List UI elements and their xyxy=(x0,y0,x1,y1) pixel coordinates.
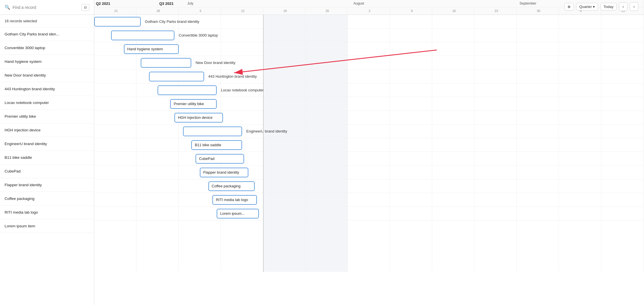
search-bar: 🔍 ⊟ xyxy=(0,0,94,15)
gantt-chart: Q2 2021Q3 2021JulyAugustSeptember 212851… xyxy=(94,0,644,305)
month-label: September xyxy=(520,1,536,5)
download-icon: ⊕ xyxy=(567,5,571,9)
gantt-bar[interactable]: Hand hygiene system xyxy=(124,44,179,54)
quarter-q2-label: Q2 2021 xyxy=(94,0,158,7)
table-row: Premier utility bike xyxy=(94,97,643,111)
list-item[interactable]: Flapper brand identity xyxy=(0,178,94,192)
date-label: 23 xyxy=(474,7,517,15)
prev-button[interactable]: ‹ xyxy=(619,2,627,11)
list-item[interactable]: HGH injection device xyxy=(0,123,94,137)
table-row: 443 Huntington brand identity xyxy=(94,70,643,83)
gantt-header: Q2 2021Q3 2021JulyAugustSeptember 212851… xyxy=(94,0,644,15)
gantt-bar[interactable]: B11 bike saddle xyxy=(191,140,242,150)
quarter-selector[interactable]: Quarter ▾ xyxy=(576,3,598,11)
table-row: Lorem ipsum... xyxy=(94,207,643,220)
gantt-bar[interactable] xyxy=(183,127,242,136)
gantt-bar[interactable]: Flapper brand identity xyxy=(200,168,248,177)
date-label: 12 xyxy=(221,7,263,15)
gantt-bar[interactable]: HGH injection device xyxy=(174,113,223,123)
table-row: HGH injection device xyxy=(94,111,643,125)
list-item[interactable]: RITI media lab logo xyxy=(0,206,94,219)
month-label: August xyxy=(353,1,364,5)
list-item[interactable]: Premier utility bike xyxy=(0,110,94,123)
month-label: July xyxy=(187,1,193,5)
gantt-bar-label: Locax notebook computer xyxy=(221,88,264,92)
gantt-bar-label: Convertible 3000 laptop xyxy=(179,33,218,37)
table-row: EngineerU brand identity xyxy=(94,125,643,138)
list-item[interactable]: Locax notebook computer xyxy=(0,96,94,110)
gantt-bar-label: Gotham City Parks brand identity xyxy=(145,19,200,24)
list-item[interactable]: Coffee packaging xyxy=(0,192,94,206)
list-item[interactable]: Gotham City Parks brand iden... xyxy=(0,27,94,41)
list-item[interactable]: Hand hygiene system xyxy=(0,55,94,69)
table-row: Locax notebook computer xyxy=(94,83,643,97)
date-label: 28 xyxy=(136,7,179,15)
table-row: Coffee packaging xyxy=(94,179,643,193)
gantt-bar-label: New Door brand identity xyxy=(196,61,235,65)
record-list: Gotham City Parks brand iden...Convertib… xyxy=(0,27,94,305)
date-label: 21 xyxy=(94,7,136,15)
gantt-bar[interactable] xyxy=(149,72,204,81)
sidebar: 🔍 ⊟ 16 records selected Gotham City Park… xyxy=(0,0,94,305)
gantt-bar-label: 443 Huntington brand identity xyxy=(208,74,257,79)
date-label: 16 xyxy=(432,7,474,15)
gantt-controls: ⊕ Quarter ▾ Today ‹ › xyxy=(564,2,638,11)
quarter-label: Quarter xyxy=(579,5,592,9)
download-button[interactable]: ⊕ xyxy=(564,3,574,11)
gantt-bar-label: EngineerU brand identity xyxy=(246,129,287,133)
table-row: Flapper brand identity xyxy=(94,166,643,179)
next-button[interactable]: › xyxy=(630,2,638,11)
list-item[interactable]: CubePad xyxy=(0,164,94,178)
gantt-bar[interactable] xyxy=(158,85,217,95)
list-item[interactable]: Convertible 3000 laptop xyxy=(0,41,94,55)
date-label: 5 xyxy=(179,7,221,15)
chevron-down-icon: ▾ xyxy=(593,5,595,9)
gantt-bar[interactable]: Coffee packaging xyxy=(208,181,255,191)
date-label: 19 xyxy=(263,7,305,15)
list-item[interactable]: 443 Huntington brand identity xyxy=(0,82,94,96)
gantt-bar[interactable]: Lorem ipsum... xyxy=(217,209,259,218)
list-item[interactable]: B11 bike saddle xyxy=(0,151,94,164)
table-row: RITI media lab logo xyxy=(94,193,643,207)
table-row: B11 bike saddle xyxy=(94,138,643,152)
table-row: New Door brand identity xyxy=(94,56,643,70)
list-item[interactable]: EngineerU brand identity xyxy=(0,137,94,151)
search-icon: 🔍 xyxy=(5,5,10,10)
gantt-bar[interactable]: RITI media lab logo xyxy=(212,195,257,205)
gantt-bar[interactable] xyxy=(94,17,141,27)
gantt-bar[interactable]: CubePad xyxy=(196,154,244,164)
table-row: Gotham City Parks brand identity xyxy=(94,15,643,29)
table-row: Hand hygiene system xyxy=(94,42,643,56)
selected-count: 16 records selected xyxy=(0,15,94,27)
search-input[interactable] xyxy=(13,5,81,10)
gantt-bar[interactable] xyxy=(141,58,192,68)
gantt-body: Gotham City Parks brand identityConverti… xyxy=(94,15,644,305)
collapse-sidebar-button[interactable]: ⊟ xyxy=(81,4,89,11)
table-row: CubePad xyxy=(94,152,643,166)
today-button[interactable]: Today xyxy=(600,3,617,11)
date-label: 30 xyxy=(517,7,559,15)
list-item[interactable]: Lorem ipsum item xyxy=(0,219,94,233)
date-label: 26 xyxy=(305,7,348,15)
list-item[interactable]: New Door brand identity xyxy=(0,69,94,82)
gantt-bar[interactable] xyxy=(111,31,174,40)
date-label: 9 xyxy=(390,7,432,15)
table-row: Convertible 3000 laptop xyxy=(94,29,643,42)
date-label: 2 xyxy=(348,7,390,15)
gantt-bar[interactable]: Premier utility bike xyxy=(170,99,217,109)
